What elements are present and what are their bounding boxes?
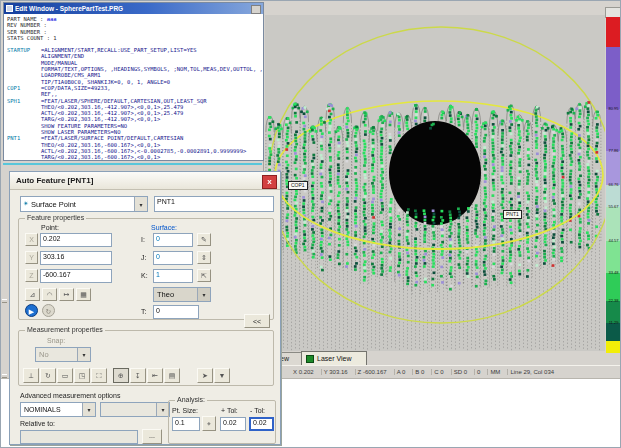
corner-region-icon[interactable]: ◳ [74,368,90,383]
browse-button[interactable]: ... [142,429,162,444]
scale-tick-label: 33.48 [606,271,621,275]
remeasure-button[interactable]: ↻ [42,304,55,317]
nominals-dropdown[interactable]: NOMINALS ▾ [20,402,96,417]
x-value-field[interactable]: 0.202 [40,233,112,247]
edit-pen-icon[interactable]: ➤ [197,368,213,383]
pnt1-feature-label[interactable]: PNT1 [503,210,522,219]
minus-tol-field[interactable]: 0.02 [249,417,274,431]
auto-feature-dialog: Auto Feature [PNT1] x ✴ Surface Point ▾ … [9,171,281,445]
snap-label: Snap: [47,337,65,344]
code-line: TARG/<0.202,303.16,-600.167>,<0,0,1> [7,154,263,160]
edit-window: Edit Window - SpherePartTest.PRG PART NA… [3,2,264,161]
scale-segment [606,207,621,241]
depth-icon[interactable]: ↧ [130,368,146,383]
scale-segment [606,273,621,301]
status-item: A 0 [395,369,414,375]
docking-gutter [1,169,9,378]
collapse-button[interactable]: << [244,314,270,328]
status-item: Y 303.16 [322,369,356,375]
window-region-icon[interactable]: ▭ [57,368,73,383]
scale-segment [606,341,621,353]
surface-point-icon: ✴ [21,200,31,208]
measurement-properties-legend: Measurement properties [25,326,105,333]
edit-window-icon [6,5,13,12]
status-item: Z -600.167 [356,369,395,375]
dialog-title: Auto Feature [PNT1] [16,176,93,185]
minus-tol-label: - Tol: [250,407,265,414]
filter-icon[interactable]: ▼ [214,368,230,383]
align-vector-icon[interactable]: ⇱ [197,269,211,282]
analysis-group: Analysis: Pt. Size: + Tol: - Tol: 0.1 ⌖ … [168,400,276,444]
flip-vector-icon[interactable]: ⇕ [197,251,211,264]
pt-size-field[interactable]: 0.1 [172,417,200,431]
status-item: 0 [475,369,488,375]
i-value-field[interactable]: 0 [153,233,193,247]
relative-to-field [20,430,138,444]
distance-icon[interactable]: ↦ [59,288,74,301]
program-code: STARTUP=ALIGNMENT/START,RECALL:USE_PART_… [7,47,263,160]
dialog-titlebar[interactable]: Auto Feature [PNT1] [10,172,280,190]
scale-segment [606,151,621,185]
laser-view-icon [306,355,314,363]
chevron-down-icon: ▾ [197,288,210,301]
status-item: X 0.202 [291,369,322,375]
plus-tol-field[interactable]: 0.02 [220,417,246,431]
y-value-field[interactable]: 303.16 [40,251,112,265]
relative-to-label: Relative to: [20,420,55,427]
k-value-field[interactable]: 1 [153,269,193,283]
pt-size-label: Pt. Size: [172,407,198,414]
part-program-text[interactable]: PART NAME : aaa REV NUMBER : SER NUMBER … [4,14,263,161]
edit-window-titlebar[interactable]: Edit Window - SpherePartTest.PRG [4,3,263,14]
z-value-field[interactable]: -600.167 [40,269,112,283]
feature-name-input[interactable]: PNT1 [154,196,274,212]
feature-type-dropdown[interactable]: ✴ Surface Point ▾ [20,196,148,212]
theo-mode-dropdown[interactable]: Theo ▾ [153,287,211,302]
scale-tick-label: 55.67 [606,205,621,209]
surface-scan-icon[interactable]: ◠ [42,288,57,301]
gripper[interactable] [2,374,7,378]
x-axis-button[interactable]: X [25,233,38,246]
chevron-down-icon: ▾ [82,403,95,416]
bounds-icon[interactable]: ⛶ [91,368,107,383]
edit-window-bottom-edge [3,163,262,165]
y-axis-button[interactable]: Y [25,251,38,264]
vector-from-cad-icon[interactable]: ✎ [197,233,211,246]
j-value-field[interactable]: 0 [153,251,193,265]
t-value-field[interactable]: 0 [153,305,199,319]
tab-laser-view[interactable]: Laser View [301,351,367,365]
axes-mode-icon[interactable]: ⊿ [25,288,40,301]
chevron-down-icon: ▾ [134,197,147,211]
scale-tick-label: 80.95 [606,107,621,111]
pointcloud-canvas[interactable] [265,15,605,351]
surface-label[interactable]: Surface: [151,224,177,231]
redo-path-icon[interactable]: ↻ [40,368,56,383]
target-center-icon[interactable]: ⊕ [113,368,129,383]
advanced-options-label: Advanced measurement options [20,392,120,399]
view-tabstrip: ew Laser View [263,351,621,366]
scale-segment [606,323,621,341]
i-label: I: [141,236,145,243]
status-item: SD 0 [452,369,475,375]
measurement-properties-group: Measurement properties Snap: No ▾ ⟂ ↻ ▭ … [18,330,274,386]
measure-now-button[interactable]: ▶ [25,304,38,317]
scale-segment [606,47,621,109]
status-item: C 0 [432,369,451,375]
laser-3d-viewport[interactable]: COP1 PNT1 [263,15,605,351]
probe-mode-icon[interactable]: ⟂ [23,368,39,383]
feature-properties-group: Feature properties Point: Surface: X 0.2… [18,218,274,320]
edit-window-title: Edit Window - SpherePartTest.PRG [15,5,123,12]
close-icon[interactable]: x [262,175,277,189]
pattern-icon[interactable]: ▤ [164,368,180,383]
analysis-legend: Analysis: [175,396,207,403]
program-header: REV NUMBER : SER NUMBER : STATS COUNT : … [7,22,263,41]
edit-window-menu-button[interactable] [251,5,261,14]
z-axis-button[interactable]: Z [25,269,38,282]
scale-tick-label: 77.86 [606,149,621,153]
status-item: Line 29, Col 034 [508,369,561,375]
nominals-mode-dropdown: ▾ [100,402,170,417]
cop-feature-label[interactable]: COP1 [288,181,308,190]
gripper[interactable] [2,299,7,303]
offset-icon[interactable]: ⇤ [147,368,163,383]
analysis-view-icon[interactable]: ⌖ [202,416,216,431]
grid-icon[interactable]: ▦ [76,288,91,301]
